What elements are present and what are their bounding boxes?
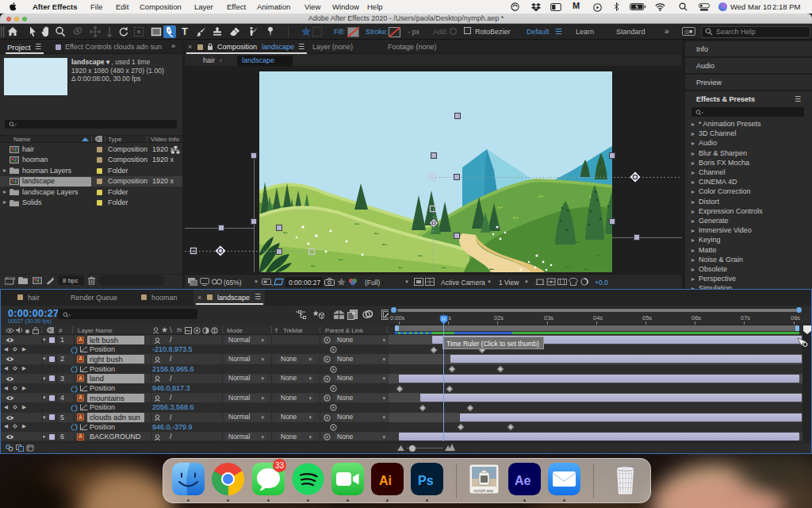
svg-text:nymph.aep: nymph.aep [473, 488, 493, 493]
svg-text:Ps: Ps [418, 474, 434, 487]
svg-text:Ae: Ae [515, 474, 531, 487]
svg-text:Ai: Ai [379, 474, 392, 487]
